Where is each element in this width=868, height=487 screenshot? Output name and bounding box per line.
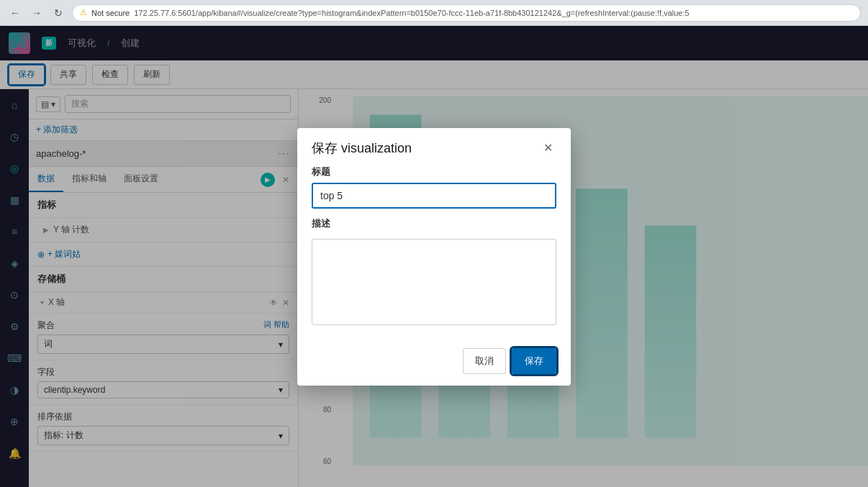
description-field-label: 描述 xyxy=(312,217,556,230)
dialog-title: 保存 visualization xyxy=(312,140,412,157)
forward-button[interactable]: → xyxy=(29,5,45,21)
dialog-overlay: 保存 visualization ✕ 标题 描述 取消 保存 xyxy=(0,26,868,487)
browser-chrome: ← → ↻ ⚠ Not secure 172.25.77.6:5601/app/… xyxy=(0,0,868,26)
back-button[interactable]: ← xyxy=(7,5,23,21)
dialog-close-button[interactable]: ✕ xyxy=(539,140,556,157)
dialog-header: 保存 visualization ✕ xyxy=(297,128,571,165)
dialog-footer: 取消 保存 xyxy=(297,340,571,386)
title-input[interactable] xyxy=(312,183,556,209)
title-field-label: 标题 xyxy=(312,165,556,178)
address-bar[interactable]: ⚠ Not secure 172.25.77.6:5601/app/kibana… xyxy=(72,4,861,22)
dialog-body: 标题 描述 xyxy=(297,165,571,340)
save-dialog-button[interactable]: 保存 xyxy=(512,348,556,374)
url-text: 172.25.77.6:5601/app/kibana#/visualize/c… xyxy=(134,9,689,17)
cancel-button[interactable]: 取消 xyxy=(463,348,506,374)
description-section: 描述 xyxy=(312,217,556,328)
not-secure-label: Not secure xyxy=(91,9,130,17)
warning-icon: ⚠ xyxy=(80,8,87,17)
reload-button[interactable]: ↻ xyxy=(50,5,66,21)
description-textarea[interactable] xyxy=(312,239,556,325)
save-dialog: 保存 visualization ✕ 标题 描述 取消 保存 xyxy=(297,128,571,386)
